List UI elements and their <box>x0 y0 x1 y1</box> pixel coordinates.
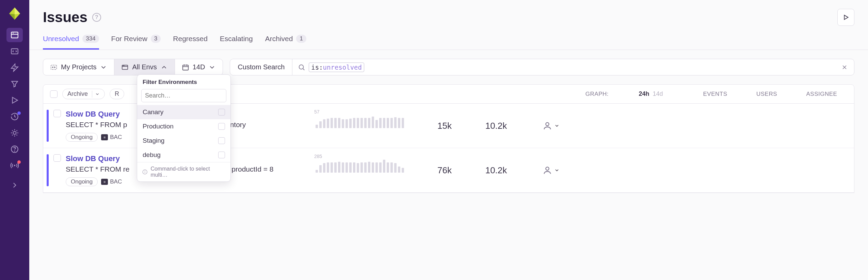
checkbox-icon[interactable] <box>218 109 225 116</box>
search-clear-button[interactable] <box>835 59 854 75</box>
tab-label: Archived <box>265 35 293 43</box>
logo[interactable] <box>7 6 22 21</box>
code-brackets-icon <box>50 64 58 71</box>
nav-bolt-icon[interactable] <box>6 60 23 75</box>
window-icon <box>121 64 129 71</box>
assignee-picker[interactable] <box>526 165 577 175</box>
checkbox-icon[interactable] <box>218 137 225 144</box>
tab-count: 334 <box>82 35 99 43</box>
graph-peak-value: 285 <box>314 154 322 159</box>
row-checkbox[interactable] <box>53 110 61 117</box>
projects-filter-label: My Projects <box>61 63 96 71</box>
tab-count: 1 <box>296 35 306 43</box>
tab-for-review[interactable]: For Review 3 <box>111 35 161 50</box>
project-pill[interactable]: ≡BAC <box>101 134 122 141</box>
project-icon: ≡ <box>101 134 108 140</box>
search-input[interactable]: is:unresolved <box>292 59 835 75</box>
svg-point-6 <box>13 132 16 135</box>
graph-14d-toggle[interactable]: 14d <box>653 90 663 98</box>
env-option-debug[interactable]: debug <box>137 148 230 162</box>
row-checkbox[interactable] <box>53 154 61 162</box>
graph-24h-toggle[interactable]: 24h <box>639 90 649 98</box>
svg-point-36 <box>546 167 549 170</box>
assignee-picker[interactable] <box>526 121 577 130</box>
sparkline <box>316 159 404 173</box>
nav-issues-icon[interactable] <box>6 28 23 42</box>
nav-play-icon[interactable] <box>6 93 23 107</box>
archive-button[interactable]: Archive <box>62 89 105 99</box>
svg-rect-24 <box>182 65 188 70</box>
svg-marker-18 <box>844 15 848 20</box>
nav-history-icon[interactable] <box>6 109 23 124</box>
status-pill: Ongoing <box>66 133 98 142</box>
env-option-staging[interactable]: Staging <box>137 134 230 148</box>
events-count: 76k <box>422 165 467 176</box>
nav-alert-icon[interactable] <box>6 126 23 140</box>
svg-rect-19 <box>51 65 57 69</box>
svg-point-35 <box>546 123 549 126</box>
graph-peak-value: 57 <box>314 109 320 115</box>
checkbox-icon[interactable] <box>218 152 225 158</box>
range-filter[interactable]: 14D <box>175 59 223 75</box>
env-filter[interactable]: All Envs <box>114 59 175 75</box>
col-users: USERS <box>742 91 791 98</box>
resolve-button[interactable]: R <box>110 89 124 99</box>
col-graph-label: GRAPH: <box>581 91 609 98</box>
search-mode-label[interactable]: Custom Search <box>230 59 292 75</box>
svg-marker-5 <box>13 97 18 103</box>
projects-filter[interactable]: My Projects <box>43 59 114 75</box>
env-option-production[interactable]: Production <box>137 119 230 134</box>
users-count: 10.2k <box>471 165 521 176</box>
nav-code-icon[interactable] <box>6 44 23 58</box>
sidebar <box>0 0 29 280</box>
tab-label: For Review <box>111 35 147 43</box>
env-dropdown-footer-text: Command-click to select multi… <box>150 166 226 178</box>
row-stripe <box>47 154 49 186</box>
svg-point-22 <box>123 65 124 66</box>
chevron-down-icon <box>554 123 560 128</box>
env-filter-label: All Envs <box>132 63 157 71</box>
tab-archived[interactable]: Archived 1 <box>265 35 306 50</box>
search-icon <box>298 64 305 71</box>
scope-filter-group: My Projects All Envs 14D <box>43 59 223 75</box>
env-option-canary[interactable]: Canary <box>137 105 230 119</box>
svg-marker-4 <box>11 64 18 71</box>
project-icon: ≡ <box>101 179 108 185</box>
nav-expand-icon[interactable] <box>6 178 23 192</box>
tab-label: Unresolved <box>43 35 79 43</box>
sparkline <box>316 115 404 128</box>
person-icon <box>543 165 552 175</box>
nav-funnel-icon[interactable] <box>6 77 23 91</box>
tab-regressed[interactable]: Regressed <box>173 35 208 50</box>
info-icon <box>142 169 148 175</box>
col-events: EVENTS <box>693 91 737 98</box>
env-option-label: Production <box>143 123 174 130</box>
chevron-down-icon <box>95 92 100 97</box>
page-title: Issues <box>43 9 87 25</box>
col-assignee: ASSIGNEE <box>796 91 847 98</box>
project-label: BAC <box>110 178 122 185</box>
select-all-checkbox[interactable] <box>50 90 58 98</box>
project-label: BAC <box>110 134 122 141</box>
checkbox-icon[interactable] <box>218 123 225 130</box>
project-pill[interactable]: ≡BAC <box>101 178 122 185</box>
nav-broadcast-icon[interactable] <box>6 158 23 173</box>
chevron-up-icon <box>160 64 168 71</box>
main-content: Issues ? Unresolved 334 For Review 3 Reg… <box>29 0 868 280</box>
tab-escalating[interactable]: Escalating <box>220 35 253 50</box>
nav-help-icon[interactable] <box>6 142 23 156</box>
tab-count: 3 <box>151 35 161 43</box>
status-tabs: Unresolved 334 For Review 3 Regressed Es… <box>29 26 868 50</box>
svg-point-28 <box>299 65 304 69</box>
help-icon[interactable]: ? <box>92 13 101 22</box>
env-dropdown: Filter Environments Canary Production St… <box>137 74 231 182</box>
env-option-label: debug <box>143 151 161 159</box>
env-dropdown-title: Filter Environments <box>137 75 230 88</box>
users-count: 10.2k <box>471 121 521 131</box>
svg-line-14 <box>16 130 17 131</box>
env-dropdown-search[interactable] <box>141 89 226 102</box>
archive-label: Archive <box>67 90 88 98</box>
filter-toolbar: My Projects All Envs 14D Custom Search <box>29 50 868 84</box>
run-button[interactable] <box>837 9 854 26</box>
tab-unresolved[interactable]: Unresolved 334 <box>43 35 99 50</box>
